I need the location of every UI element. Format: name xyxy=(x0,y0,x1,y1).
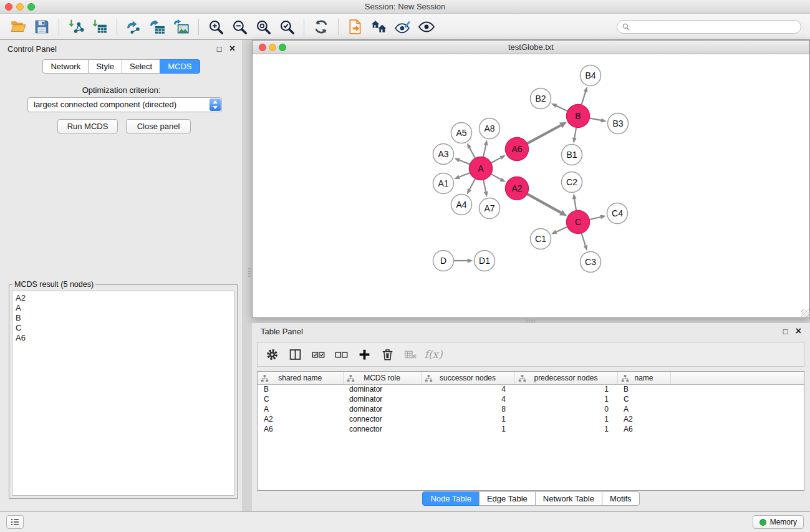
table-cell[interactable]: A6 xyxy=(617,424,670,434)
network-edge-A2-C[interactable] xyxy=(527,194,567,216)
network-edge-C-C2[interactable] xyxy=(572,193,577,210)
select-all-rows-button[interactable] xyxy=(309,345,327,364)
network-node-A6[interactable]: A6 xyxy=(506,138,529,161)
table-cell[interactable]: 1 xyxy=(514,394,617,404)
network-node-A[interactable]: A xyxy=(470,157,493,180)
network-edge-B-B1[interactable] xyxy=(572,127,577,143)
table-cell[interactable]: A2 xyxy=(617,414,670,424)
table-cell[interactable]: 1 xyxy=(514,424,617,434)
show-columns-button[interactable] xyxy=(286,345,304,364)
create-column-button[interactable] xyxy=(355,345,374,364)
table-row[interactable]: Bdominator41B xyxy=(258,384,804,394)
mcds-result-item[interactable]: B xyxy=(16,313,231,323)
network-node-B3[interactable]: B3 xyxy=(608,114,629,134)
import-table-button[interactable] xyxy=(88,16,112,37)
table-cell[interactable]: 1 xyxy=(421,414,514,424)
task-history-button[interactable] xyxy=(6,515,24,529)
network-graph[interactable]: B4B2BB3A5A8A6B1A3AC2A1A2A4A7C4CC1C3DD1 xyxy=(253,54,809,317)
app-titlebar[interactable]: Session: New Session xyxy=(0,0,810,14)
tab-network[interactable]: Network xyxy=(42,59,89,74)
tab-node-table[interactable]: Node Table xyxy=(422,491,480,506)
memory-button[interactable]: Memory xyxy=(753,515,804,529)
table-cell[interactable]: dominator xyxy=(343,404,421,414)
network-node-C3[interactable]: C3 xyxy=(581,252,601,273)
network-node-C4[interactable]: C4 xyxy=(607,203,628,224)
close-window-button[interactable] xyxy=(5,3,12,11)
zoom-fit-button[interactable] xyxy=(251,16,275,37)
column-header-shared-name[interactable]: shared name xyxy=(258,372,343,384)
table-cell[interactable]: C xyxy=(258,394,343,404)
control-panel-close-icon[interactable]: × xyxy=(229,44,235,54)
network-node-A8[interactable]: A8 xyxy=(480,118,500,139)
tab-motifs[interactable]: Motifs xyxy=(602,491,640,506)
save-session-button[interactable] xyxy=(30,16,54,37)
table-cell[interactable]: connector xyxy=(343,414,421,424)
minimize-window-button[interactable] xyxy=(16,3,24,11)
network-node-A4[interactable]: A4 xyxy=(451,195,472,215)
mcds-result-list[interactable]: A2ABCA6 xyxy=(12,291,234,496)
network-node-C[interactable]: C xyxy=(567,211,590,234)
table-panel-close-icon[interactable]: × xyxy=(796,326,801,336)
mcds-result-item[interactable]: C xyxy=(16,323,231,333)
column-header-mcds-role[interactable]: MCDS role xyxy=(343,372,421,384)
mcds-result-item[interactable]: A6 xyxy=(16,333,231,343)
table-cell[interactable]: 8 xyxy=(421,404,514,414)
table-cell[interactable]: A2 xyxy=(258,414,343,424)
network-edge-C-C4[interactable] xyxy=(589,215,606,220)
network-edge-C-C1[interactable] xyxy=(551,227,567,235)
open-recent-button[interactable] xyxy=(344,16,367,37)
zoom-out-button[interactable] xyxy=(228,16,251,37)
table-cell[interactable]: 4 xyxy=(421,384,514,394)
network-node-B2[interactable]: B2 xyxy=(531,89,551,109)
export-image-button[interactable] xyxy=(170,16,193,37)
close-panel-button[interactable]: Close panel xyxy=(126,119,191,133)
network-edge-A-A1[interactable] xyxy=(454,173,470,179)
table-row[interactable]: A6connector11A6 xyxy=(258,424,804,434)
show-hide-details-button[interactable] xyxy=(415,16,438,37)
table-panel-float-icon[interactable]: □ xyxy=(783,327,788,336)
table-cell[interactable]: dominator xyxy=(343,394,421,404)
table-cell[interactable]: A xyxy=(617,404,670,414)
criterion-dropdown[interactable]: largest connected component (directed) xyxy=(27,97,222,112)
run-mcds-button[interactable]: Run MCDS xyxy=(57,119,118,133)
network-node-B[interactable]: B xyxy=(567,105,590,128)
tab-mcds[interactable]: MCDS xyxy=(160,59,200,74)
network-edge-A-A5[interactable] xyxy=(467,143,475,158)
search-input[interactable] xyxy=(633,22,796,31)
mcds-result-item[interactable]: A2 xyxy=(16,293,231,303)
deselect-all-rows-button[interactable] xyxy=(332,345,350,364)
table-row[interactable]: Cdominator41C xyxy=(258,394,804,404)
network-edge-A-A6[interactable] xyxy=(491,155,506,163)
network-node-D[interactable]: D xyxy=(433,251,454,271)
column-header-predecessor-nodes[interactable]: predecessor nodes xyxy=(514,372,617,384)
network-edge-B-B4[interactable] xyxy=(581,87,587,105)
network-node-A3[interactable]: A3 xyxy=(433,144,454,165)
table-cell[interactable]: B xyxy=(617,384,670,394)
tab-style[interactable]: Style xyxy=(88,59,122,74)
zoom-window-button[interactable] xyxy=(27,3,35,11)
table-cell[interactable]: 0 xyxy=(514,404,617,414)
mcds-result-item[interactable]: A xyxy=(16,303,231,313)
table-cell[interactable]: A6 xyxy=(258,424,343,434)
table-settings-button[interactable] xyxy=(263,345,281,364)
network-edge-B-B3[interactable] xyxy=(589,118,607,122)
tab-network-table[interactable]: Network Table xyxy=(535,491,602,506)
table-row[interactable]: Adominator80A xyxy=(258,404,804,414)
tab-edge-table[interactable]: Edge Table xyxy=(479,491,536,506)
network-minimize-button[interactable] xyxy=(269,44,276,51)
network-edge-A-A3[interactable] xyxy=(454,158,470,165)
annotation-button[interactable] xyxy=(391,16,415,37)
network-canvas[interactable]: B4B2BB3A5A8A6B1A3AC2A1A2A4A7C4CC1C3DD1 xyxy=(253,54,809,317)
zoom-selected-button[interactable] xyxy=(275,16,299,37)
network-node-C1[interactable]: C1 xyxy=(531,229,551,249)
column-header-successor-nodes[interactable]: successor nodes xyxy=(421,372,514,384)
network-node-A2[interactable]: A2 xyxy=(506,177,529,200)
table-cell[interactable]: C xyxy=(617,394,670,404)
delete-columns-button[interactable] xyxy=(378,345,397,364)
network-edge-A-A2[interactable] xyxy=(491,174,506,182)
table-cell[interactable]: B xyxy=(258,384,343,394)
network-edge-A6-B[interactable] xyxy=(527,122,567,143)
network-zoom-button[interactable] xyxy=(279,44,286,51)
network-node-B1[interactable]: B1 xyxy=(562,145,582,165)
table-cell[interactable]: 4 xyxy=(421,394,514,404)
